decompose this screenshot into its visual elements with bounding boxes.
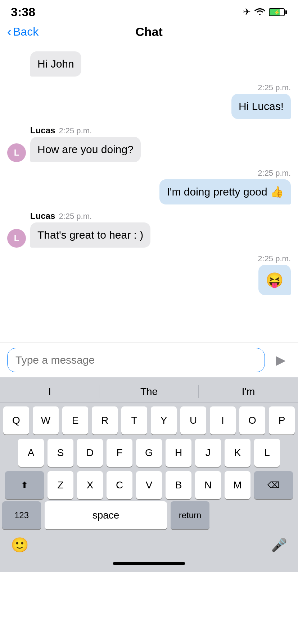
space-key[interactable]: space [45,501,167,529]
key-l[interactable]: L [254,439,280,467]
delete-key[interactable]: ⌫ [254,471,293,499]
key-j[interactable]: J [195,439,221,467]
home-indicator [0,557,298,572]
keyboard-extras: 🙂 🎤 [0,533,298,557]
suggestion-item[interactable]: I'm [199,381,298,402]
keyboard-bottom-row: 123 space return [0,501,298,533]
send-icon: ▶ [276,353,286,368]
suggestion-item[interactable]: The [99,381,199,402]
sent-wrapper: 2:25 p.m. 😝 [258,254,291,295]
microphone-icon[interactable]: 🎤 [271,538,287,553]
key-v[interactable]: V [136,471,162,499]
key-y[interactable]: Y [151,406,177,434]
key-a[interactable]: A [18,439,44,467]
bubble-meta: Lucas 2:25 p.m. [30,125,141,135]
key-d[interactable]: D [77,439,103,467]
key-g[interactable]: G [136,439,162,467]
send-button[interactable]: ▶ [271,350,291,370]
key-u[interactable]: U [180,406,206,434]
message-input[interactable] [7,348,265,372]
message-bubble: That's great to hear : ) [30,222,150,248]
status-time: 3:38 [11,5,35,19]
bubble-wrapper: Hi John [30,51,81,77]
chat-area: L Hi John 2:25 p.m. Hi Lucas! L Lucas 2:… [0,44,298,342]
back-label: Back [13,25,39,38]
wifi-icon [254,6,265,18]
back-button[interactable]: ‹ Back [7,25,39,38]
keyboard: I The I'm Q W E R T Y U I O P A S D F G … [0,377,298,572]
avatar: L [7,229,26,248]
shift-key[interactable]: ⬆ [5,471,44,499]
home-bar [113,562,185,565]
message-row: L Lucas 2:25 p.m. That's great to hear :… [7,211,291,248]
key-k[interactable]: K [225,439,250,467]
message-time: 2:25 p.m. [258,169,291,178]
key-m[interactable]: M [225,471,250,499]
key-h[interactable]: H [166,439,191,467]
key-w[interactable]: W [33,406,59,434]
message-time: 2:25 p.m. [258,254,291,263]
avatar: L [7,143,26,162]
sent-wrapper: 2:25 p.m. I'm doing pretty good 👍 [159,169,291,204]
key-r[interactable]: R [92,406,118,434]
suggestion-item[interactable]: I [0,381,99,402]
key-b[interactable]: B [166,471,191,499]
key-f[interactable]: F [107,439,132,467]
status-icons: ✈ ⚡ [243,6,287,18]
message-time: 2:25 p.m. [59,212,92,221]
battery-icon: ⚡ [269,8,287,16]
bubble-wrapper: Lucas 2:25 p.m. How are you doing? [30,125,141,162]
key-row-1: Q W E R T Y U I O P [2,406,296,434]
key-t[interactable]: T [121,406,147,434]
key-o[interactable]: O [239,406,265,434]
key-x[interactable]: X [77,471,103,499]
message-bubble: Hi Lucas! [231,94,291,119]
key-q[interactable]: Q [3,406,29,434]
message-input-area: ▶ [0,342,298,377]
key-p[interactable]: P [269,406,295,434]
return-key[interactable]: return [171,501,209,529]
key-row-3: ⬆ Z X C V B N M ⌫ [2,471,296,499]
bubble-wrapper: Lucas 2:25 p.m. That's great to hear : ) [30,211,150,248]
message-bubble: I'm doing pretty good 👍 [159,179,291,204]
back-chevron-icon: ‹ [7,26,12,38]
emoji-button[interactable]: 🙂 [11,537,29,553]
message-bubble: Hi John [30,51,81,77]
page-title: Chat [135,25,163,39]
keyboard-rows: Q W E R T Y U I O P A S D F G H J K L ⬆ … [0,403,298,501]
message-row: 2:25 p.m. Hi Lucas! [7,83,291,119]
sent-wrapper: 2:25 p.m. Hi Lucas! [231,83,291,119]
key-s[interactable]: S [48,439,73,467]
numbers-key[interactable]: 123 [2,501,41,529]
header: ‹ Back Chat [0,21,298,44]
message-row: L Hi John [7,51,291,77]
message-bubble: How are you doing? [30,137,141,162]
key-row-2: A S D F G H J K L [2,439,296,467]
key-z[interactable]: Z [48,471,73,499]
bubble-meta: Lucas 2:25 p.m. [30,211,150,221]
message-bubble: 😝 [258,265,291,295]
key-c[interactable]: C [107,471,132,499]
key-e[interactable]: E [62,406,88,434]
status-bar: 3:38 ✈ ⚡ [0,0,298,21]
message-time: 2:25 p.m. [258,83,291,92]
message-row: L Lucas 2:25 p.m. How are you doing? [7,125,291,162]
message-sender: Lucas [30,211,55,221]
message-row: 2:25 p.m. 😝 [7,254,291,295]
message-time: 2:25 p.m. [59,126,92,135]
message-row: 2:25 p.m. I'm doing pretty good 👍 [7,169,291,204]
airplane-icon: ✈ [243,6,251,18]
keyboard-suggestions: I The I'm [0,381,298,403]
message-sender: Lucas [30,125,55,135]
key-i[interactable]: I [210,406,236,434]
key-n[interactable]: N [195,471,221,499]
